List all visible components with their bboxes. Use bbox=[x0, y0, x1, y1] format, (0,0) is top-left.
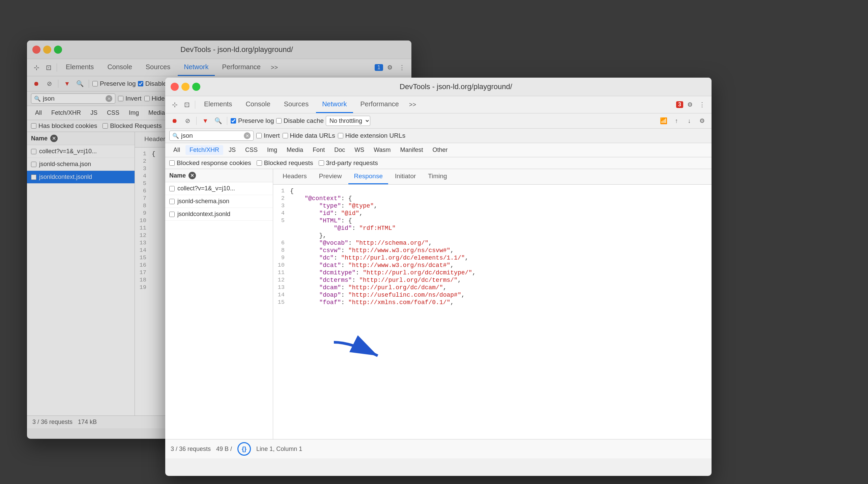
request-item-1-back[interactable]: jsonld-schema.json bbox=[27, 158, 135, 171]
close-panel-btn-back[interactable]: ✕ bbox=[50, 135, 58, 142]
inspect-icon-back[interactable]: ⊹ bbox=[31, 62, 42, 73]
device-icon-front[interactable]: ⊡ bbox=[181, 99, 192, 110]
search-input-back[interactable] bbox=[43, 95, 104, 102]
filter-js-front[interactable]: JS bbox=[225, 145, 240, 155]
blocked-requests-label-back[interactable]: Blocked Requests bbox=[103, 122, 162, 130]
detail-tab-timing-front[interactable]: Timing bbox=[423, 169, 452, 184]
hide-extension-checkbox-front[interactable] bbox=[338, 133, 343, 138]
filter-manifest-front[interactable]: Manifest bbox=[396, 145, 427, 155]
disable-cache-checkbox-back[interactable] bbox=[138, 81, 143, 86]
detail-tab-response-front[interactable]: Response bbox=[348, 169, 388, 184]
tab-performance-front[interactable]: Performance bbox=[354, 96, 405, 113]
request-item-2-front[interactable]: jsonldcontext.jsonld bbox=[165, 208, 273, 221]
more-icon-back[interactable]: ⋮ bbox=[397, 62, 407, 73]
search-clear-front[interactable]: ✕ bbox=[244, 132, 251, 139]
filter-css-front[interactable]: CSS bbox=[241, 145, 262, 155]
blocked-cookies-label-front[interactable]: Blocked response cookies bbox=[169, 159, 251, 167]
filter-icon-front[interactable]: ▼ bbox=[200, 115, 211, 126]
record-btn-back[interactable]: ⏺ bbox=[31, 78, 42, 89]
upload-icon-front[interactable]: ↑ bbox=[671, 115, 682, 126]
tab-elements-front[interactable]: Elements bbox=[198, 96, 238, 113]
filter-css-back[interactable]: CSS bbox=[103, 108, 123, 118]
maximize-button-back[interactable] bbox=[54, 46, 62, 54]
more-tabs-back[interactable]: >> bbox=[268, 61, 281, 74]
device-icon-back[interactable]: ⊡ bbox=[43, 62, 54, 73]
preserve-log-label-front[interactable]: Preserve log bbox=[231, 117, 274, 125]
filter-fetch-xhr-front[interactable]: Fetch/XHR bbox=[185, 145, 223, 155]
minimize-button-back[interactable] bbox=[43, 46, 51, 54]
third-party-label-front[interactable]: 3rd-party requests bbox=[319, 159, 378, 167]
blocked-cookies-label-back[interactable]: Has blocked cookies bbox=[31, 122, 97, 130]
invert-checkbox-back[interactable] bbox=[118, 96, 123, 101]
third-party-cb-front[interactable] bbox=[319, 160, 324, 166]
close-button-back[interactable] bbox=[32, 46, 40, 54]
request-item-2-back[interactable]: jsonldcontext.jsonld bbox=[27, 171, 135, 184]
blocked-requests-label-front[interactable]: Blocked requests bbox=[257, 159, 313, 167]
filter-other-front[interactable]: Other bbox=[429, 145, 452, 155]
pretty-print-btn-front[interactable]: {} bbox=[237, 442, 251, 456]
tab-network-back[interactable]: Network bbox=[178, 59, 214, 76]
more-icon-front[interactable]: ⋮ bbox=[697, 99, 707, 110]
blocked-cookies-cb-back[interactable] bbox=[31, 123, 36, 129]
invert-checkbox-front[interactable] bbox=[256, 133, 262, 138]
filter-all-back[interactable]: All bbox=[31, 108, 46, 118]
filter-js-back[interactable]: JS bbox=[86, 108, 102, 118]
request-item-0-front[interactable]: collect?v=1&_v=j10... bbox=[165, 182, 273, 195]
close-button-front[interactable] bbox=[171, 83, 179, 91]
clear-btn-back[interactable]: ⊘ bbox=[44, 78, 55, 89]
search-input-front[interactable] bbox=[181, 132, 242, 139]
tab-console-front[interactable]: Console bbox=[239, 96, 276, 113]
tab-performance-back[interactable]: Performance bbox=[216, 59, 267, 76]
settings-icon-back[interactable]: ⚙ bbox=[384, 62, 395, 73]
tab-sources-back[interactable]: Sources bbox=[140, 59, 176, 76]
tab-console-back[interactable]: Console bbox=[101, 59, 138, 76]
filter-media-front[interactable]: Media bbox=[283, 145, 307, 155]
maximize-button-front[interactable] bbox=[192, 83, 200, 91]
request-checkbox-0-back[interactable] bbox=[31, 149, 36, 154]
throttle-select-front[interactable]: No throttling bbox=[326, 116, 370, 126]
close-panel-btn-front[interactable]: ✕ bbox=[189, 172, 196, 179]
preserve-log-checkbox-front[interactable] bbox=[231, 118, 236, 124]
blocked-cookies-cb-front[interactable] bbox=[169, 160, 175, 166]
hide-data-urls-checkbox-back[interactable] bbox=[144, 96, 150, 101]
tab-sources-front[interactable]: Sources bbox=[278, 96, 315, 113]
filter-img-back[interactable]: Img bbox=[125, 108, 143, 118]
settings-icon-front[interactable]: ⚙ bbox=[685, 99, 695, 110]
wifi-icon-front[interactable]: 📶 bbox=[658, 115, 669, 126]
disable-cache-checkbox-front[interactable] bbox=[276, 118, 282, 124]
detail-tab-preview-front[interactable]: Preview bbox=[314, 169, 347, 184]
filter-wasm-front[interactable]: Wasm bbox=[370, 145, 395, 155]
detail-tab-headers-front[interactable]: Headers bbox=[277, 169, 312, 184]
search-icon-front[interactable]: 🔍 bbox=[213, 115, 224, 126]
filter-all-front[interactable]: All bbox=[169, 145, 184, 155]
more-tabs-front[interactable]: >> bbox=[406, 99, 419, 111]
request-checkbox-2-front[interactable] bbox=[169, 212, 175, 217]
tab-network-front[interactable]: Network bbox=[316, 96, 353, 113]
hide-data-urls-checkbox-front[interactable] bbox=[283, 133, 288, 138]
disable-cache-label-front[interactable]: Disable cache bbox=[276, 117, 324, 125]
search-icon-back[interactable]: 🔍 bbox=[75, 78, 85, 89]
request-checkbox-0-front[interactable] bbox=[169, 186, 175, 191]
minimize-button-front[interactable] bbox=[181, 83, 190, 91]
filter-font-front[interactable]: Font bbox=[309, 145, 329, 155]
inspect-icon-front[interactable]: ⊹ bbox=[169, 99, 180, 110]
tab-elements-back[interactable]: Elements bbox=[60, 59, 100, 76]
request-checkbox-1-front[interactable] bbox=[169, 199, 175, 204]
search-clear-back[interactable]: ✕ bbox=[106, 95, 112, 102]
settings2-icon-front[interactable]: ⚙ bbox=[697, 115, 707, 126]
clear-btn-front[interactable]: ⊘ bbox=[182, 115, 193, 126]
hide-data-urls-label-front[interactable]: Hide data URLs bbox=[283, 132, 335, 139]
filter-icon-back[interactable]: ▼ bbox=[62, 78, 73, 89]
download-icon-front[interactable]: ↓ bbox=[684, 115, 695, 126]
blocked-requests-cb-front[interactable] bbox=[257, 160, 262, 166]
filter-fetch-xhr-back[interactable]: Fetch/XHR bbox=[47, 108, 85, 118]
preserve-log-label-back[interactable]: Preserve log bbox=[92, 80, 136, 87]
request-checkbox-2-back[interactable] bbox=[31, 174, 36, 180]
invert-label-back[interactable]: Invert bbox=[118, 95, 142, 102]
detail-tab-initiator-front[interactable]: Initiator bbox=[389, 169, 421, 184]
filter-img-front[interactable]: Img bbox=[263, 145, 281, 155]
record-btn-front[interactable]: ⏺ bbox=[169, 115, 180, 126]
request-checkbox-1-back[interactable] bbox=[31, 162, 36, 167]
filter-ws-front[interactable]: WS bbox=[350, 145, 368, 155]
request-item-0-back[interactable]: collect?v=1&_v=j10... bbox=[27, 145, 135, 158]
